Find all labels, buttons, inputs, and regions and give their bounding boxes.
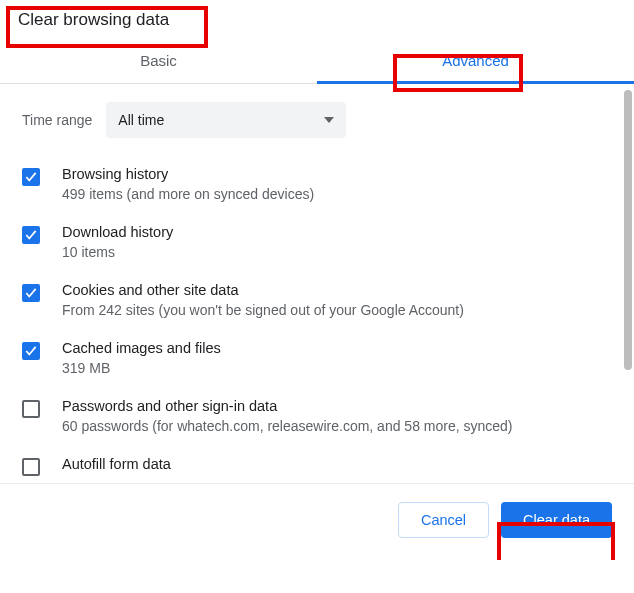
item-primary: Cached images and files	[62, 340, 221, 356]
item-text: Autofill form data	[62, 456, 171, 476]
list-item: Autofill form data	[22, 456, 612, 476]
item-primary: Passwords and other sign-in data	[62, 398, 513, 414]
clear-data-button[interactable]: Clear data	[501, 502, 612, 538]
list-item: Passwords and other sign-in data60 passw…	[22, 398, 612, 434]
item-primary: Cookies and other site data	[62, 282, 464, 298]
time-range-value: All time	[118, 112, 164, 128]
item-primary: Autofill form data	[62, 456, 171, 472]
check-icon	[24, 286, 38, 300]
item-text: Browsing history499 items (and more on s…	[62, 166, 314, 202]
checkbox[interactable]	[22, 342, 40, 360]
chevron-down-icon	[324, 117, 334, 123]
dialog-title: Clear browsing data	[0, 0, 187, 38]
item-text: Download history10 items	[62, 224, 173, 260]
item-secondary: 319 MB	[62, 360, 221, 376]
item-text: Cached images and files319 MB	[62, 340, 221, 376]
item-secondary: 10 items	[62, 244, 173, 260]
scrollbar[interactable]	[624, 90, 632, 370]
tabs: Basic Advanced	[0, 38, 634, 84]
cancel-button[interactable]: Cancel	[398, 502, 489, 538]
checkbox[interactable]	[22, 284, 40, 302]
clear-browsing-data-dialog: Clear browsing data Basic Advanced Time …	[0, 0, 634, 560]
scroll-area: Time range All time Browsing history499 …	[0, 84, 634, 483]
list-item: Download history10 items	[22, 224, 612, 260]
dialog-footer: Cancel Clear data	[0, 484, 634, 560]
list-item: Cookies and other site dataFrom 242 site…	[22, 282, 612, 318]
checkbox[interactable]	[22, 400, 40, 418]
tab-basic[interactable]: Basic	[0, 38, 317, 84]
list-item: Browsing history499 items (and more on s…	[22, 166, 612, 202]
item-secondary: 499 items (and more on synced devices)	[62, 186, 314, 202]
checkbox[interactable]	[22, 458, 40, 476]
checkbox[interactable]	[22, 226, 40, 244]
item-text: Passwords and other sign-in data60 passw…	[62, 398, 513, 434]
time-range-label: Time range	[22, 112, 92, 128]
tab-advanced[interactable]: Advanced	[317, 38, 634, 84]
checkbox[interactable]	[22, 168, 40, 186]
item-primary: Download history	[62, 224, 173, 240]
check-icon	[24, 170, 38, 184]
dialog-body: Time range All time Browsing history499 …	[0, 84, 634, 484]
item-primary: Browsing history	[62, 166, 314, 182]
list-item: Cached images and files319 MB	[22, 340, 612, 376]
time-range-select[interactable]: All time	[106, 102, 346, 138]
check-icon	[24, 344, 38, 358]
item-text: Cookies and other site dataFrom 242 site…	[62, 282, 464, 318]
item-secondary: From 242 sites (you won't be signed out …	[62, 302, 464, 318]
check-icon	[24, 228, 38, 242]
time-range-row: Time range All time	[22, 102, 612, 138]
item-secondary: 60 passwords (for whatech.com, releasewi…	[62, 418, 513, 434]
